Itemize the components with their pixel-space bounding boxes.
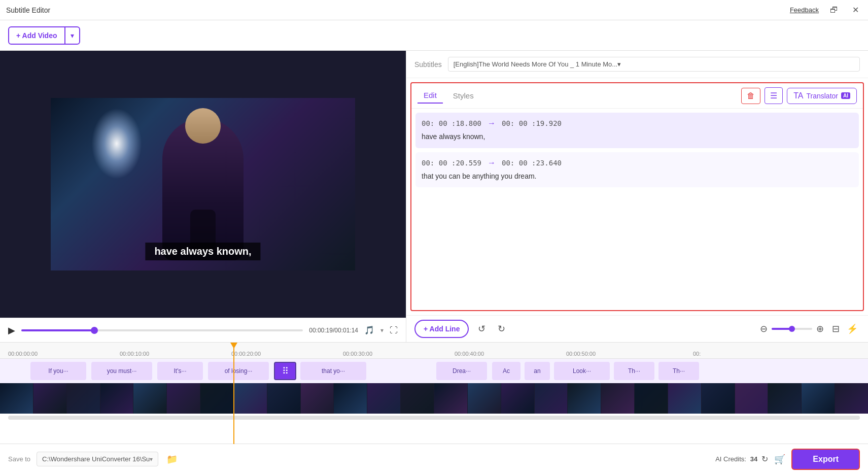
ruler-mark-4: 00:00:40:00 <box>455 351 484 357</box>
export-button[interactable]: Export <box>791 449 860 470</box>
ai-credits-value: 34 <box>750 455 757 463</box>
menu-button[interactable]: ☰ <box>765 87 783 104</box>
ruler-mark-0: 00:00:00:00 <box>8 351 38 357</box>
app-title: Subtitle Editor <box>6 6 50 14</box>
title-bar: Subtitle Editor Feedback 🗗 ✕ <box>0 0 868 20</box>
subtitles-label: Subtitles <box>414 60 442 69</box>
entry-text-1[interactable]: have always known, <box>422 132 853 142</box>
strip-frames <box>0 383 868 414</box>
zoom-thumb <box>789 326 795 332</box>
chip-9[interactable]: Look··· <box>554 362 610 380</box>
chip-10[interactable]: Th··· <box>614 362 654 380</box>
timeline-area: 00:00:00:00 00:00:10:00 00:00:20:00 00:0… <box>0 342 868 444</box>
edit-tabs: Edit Styles 🗑 ☰ TA Translator AI <box>411 83 863 109</box>
translator-button[interactable]: TA Translator AI <box>787 88 857 104</box>
entry-time-2: 00: 00 :20.559 → 00: 00 :23.640 <box>422 158 853 167</box>
add-video-button[interactable]: + Add Video <box>9 27 64 44</box>
subtitle-chips: If you··· you must··· It's··· of losing·… <box>0 361 868 381</box>
subtitle-entry-1[interactable]: 00: 00 :18.800 → 00: 00 :19.920 have alw… <box>415 113 859 148</box>
save-to-label: Save to <box>8 455 30 463</box>
video-controls: ▶ 00:00:19/00:01:14 🎵 ▾ ⛶ <box>0 318 406 342</box>
ai-badge: AI <box>841 92 850 99</box>
play-button[interactable]: ▶ <box>8 325 15 336</box>
ruler-mark-1: 00:00:10:00 <box>120 351 149 357</box>
path-dropdown-icon: ▾ <box>150 456 153 463</box>
subtitle-entries: 00: 00 :18.800 → 00: 00 :19.920 have alw… <box>411 109 863 310</box>
ai-credits: AI Credits: 34 ↻ <box>715 454 768 464</box>
time-arrow-1: → <box>488 119 496 128</box>
add-video-dropdown[interactable]: ▾ <box>64 27 79 44</box>
add-line-button[interactable]: + Add Line <box>414 320 469 338</box>
video-placeholder: have always known, <box>51 98 355 270</box>
video-strip <box>0 383 868 414</box>
ruler-mark-2: 00:00:20:00 <box>231 351 261 357</box>
chip-0[interactable]: If you··· <box>30 362 86 380</box>
edit-actions: + Add Line ↺ ↻ ⊖ ⊕ ⊟ ⚡ <box>406 315 868 342</box>
zoom-slider[interactable] <box>772 328 812 330</box>
cart-button[interactable]: 🛒 <box>774 454 785 465</box>
zoom-in-button[interactable]: ⊕ <box>816 323 824 334</box>
subtitle-track: If you··· you must··· It's··· of losing·… <box>0 359 868 383</box>
chip-4[interactable]: ⠿ <box>274 362 296 380</box>
chip-1[interactable]: you must··· <box>91 362 152 380</box>
entry-time-1: 00: 00 :18.800 → 00: 00 :19.920 <box>422 119 853 128</box>
progress-fill <box>21 329 94 331</box>
chip-7[interactable]: Ac <box>492 362 520 380</box>
subtitle-entry-2[interactable]: 00: 00 :20.559 → 00: 00 :23.640 that you… <box>415 152 859 188</box>
toolbar: + Add Video ▾ <box>0 20 868 51</box>
time-arrow-2: → <box>488 158 496 167</box>
time-display: 00:00:19/00:01:14 <box>309 327 358 334</box>
save-path[interactable]: C:\Wondershare UniConverter 16\Su ▾ <box>37 452 158 466</box>
ruler-mark-3: 00:00:30:00 <box>343 351 372 357</box>
fullscreen-button[interactable]: ⛶ <box>390 326 398 335</box>
bottom-bar: Save to C:\Wondershare UniConverter 16\S… <box>0 444 868 474</box>
progress-thumb <box>91 327 98 334</box>
feedback-link[interactable]: Feedback <box>790 6 819 14</box>
entry-text-2[interactable]: that you can be anything you dream. <box>422 172 853 182</box>
tab-edit[interactable]: Edit <box>418 88 443 104</box>
ruler-mark-5: 00:00:50:00 <box>566 351 596 357</box>
zoom-controls: ⊖ ⊕ <box>760 323 824 334</box>
chip-8[interactable]: an <box>525 362 550 380</box>
close-button[interactable]: ✕ <box>849 3 862 17</box>
main-content: have always known, ▶ 00:00:19/00:01:14 🎵… <box>0 51 868 342</box>
subtitles-header: Subtitles [English]The World Needs More … <box>406 51 868 78</box>
chip-3[interactable]: of losing··· <box>208 362 269 380</box>
caption-tool-button[interactable]: ⊟ <box>830 321 842 336</box>
video-area: have always known, <box>0 51 406 318</box>
start-time-2: 00: 00 :20.559 <box>422 159 481 167</box>
translator-label: Translator <box>806 92 838 100</box>
chip-2[interactable]: It's··· <box>157 362 203 380</box>
add-video-button-group[interactable]: + Add Video ▾ <box>8 26 80 45</box>
progress-bar[interactable] <box>21 329 303 331</box>
timeline-ruler: 00:00:00:00 00:00:10:00 00:00:20:00 00:0… <box>0 343 868 359</box>
ruler-mark-6: 00: <box>693 351 701 357</box>
delete-button[interactable]: 🗑 <box>741 88 760 104</box>
redo-button[interactable]: ↻ <box>495 320 508 337</box>
waveform-icon[interactable]: 🎵 <box>364 325 374 335</box>
refresh-button[interactable]: ↻ <box>761 454 768 464</box>
chip-6[interactable]: Drea··· <box>436 362 487 380</box>
undo-button[interactable]: ↺ <box>475 320 489 337</box>
minimize-button[interactable]: 🗗 <box>827 4 841 17</box>
end-time-1: 00: 00 :19.920 <box>502 119 562 127</box>
right-panel: Subtitles [English]The World Needs More … <box>406 51 868 342</box>
edit-panel: Edit Styles 🗑 ☰ TA Translator AI 00: 00 … <box>410 82 864 311</box>
translator-icon: TA <box>793 91 803 100</box>
tab-styles[interactable]: Styles <box>447 88 480 103</box>
subtitles-dropdown[interactable]: [English]The World Needs More Of You _ 1… <box>448 57 860 72</box>
zoom-out-button[interactable]: ⊖ <box>760 323 768 334</box>
start-time-1: 00: 00 :18.800 <box>422 119 481 127</box>
folder-button[interactable]: 📁 <box>164 452 180 467</box>
waveform-dropdown-icon[interactable]: ▾ <box>380 327 384 334</box>
extra-tool-button[interactable]: ⚡ <box>845 321 860 336</box>
video-panel: have always known, ▶ 00:00:19/00:01:14 🎵… <box>0 51 406 342</box>
subtitle-file-name: [English]The World Needs More Of You _ 1… <box>454 60 621 68</box>
chip-11[interactable]: Th··· <box>658 362 699 380</box>
ai-credits-label: AI Credits: <box>715 455 746 463</box>
subtitle-overlay: have always known, <box>145 243 260 260</box>
timeline-scrollbar[interactable] <box>8 416 860 420</box>
timeline-tracks: If you··· you must··· It's··· of losing·… <box>0 359 868 444</box>
chip-5[interactable]: that yo··· <box>300 362 366 380</box>
end-time-2: 00: 00 :23.640 <box>502 159 562 167</box>
